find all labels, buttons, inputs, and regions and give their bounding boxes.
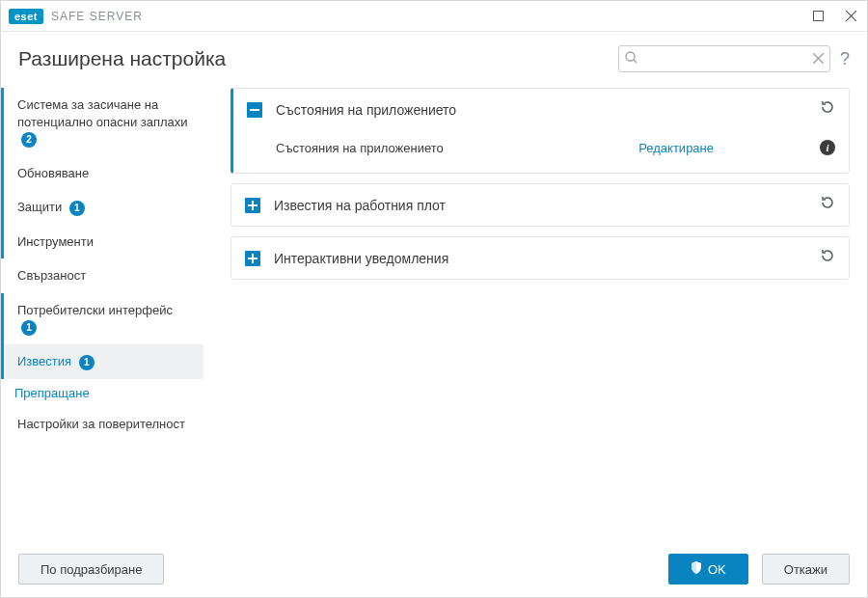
panel-title: Интерактивни уведомления — [274, 251, 820, 266]
sidebar-item-label: Настройки за поверителност — [17, 417, 185, 431]
search-icon — [625, 51, 637, 67]
sidebar-badge: 1 — [21, 320, 37, 336]
logo-badge: eset — [9, 9, 43, 24]
svg-line-4 — [634, 60, 637, 63]
cancel-button[interactable]: Откажи — [762, 554, 850, 584]
sidebar-item-connectivity[interactable]: Свързаност — [1, 258, 203, 293]
revert-icon[interactable] — [820, 248, 835, 268]
panel-title: Известия на работния плот — [274, 198, 820, 213]
sidebar-item-label: Защити — [17, 200, 62, 214]
sidebar-badge: 1 — [79, 355, 95, 370]
panel-title: Състояния на приложението — [276, 102, 820, 118]
ok-label: OK — [708, 562, 726, 577]
sidebar-item-ui[interactable]: Потребителски интерфейс 1 — [1, 293, 203, 344]
svg-rect-0 — [813, 12, 823, 21]
setting-row: Състояния на приложението Редактиране i — [276, 134, 835, 161]
sidebar-item-update[interactable]: Обновяване — [1, 156, 203, 191]
search-input[interactable] — [637, 52, 813, 67]
default-button[interactable]: По подразбиране — [18, 554, 164, 584]
window-controls — [809, 8, 859, 25]
expand-icon[interactable] — [245, 251, 260, 266]
help-icon[interactable]: ? — [840, 49, 850, 69]
search-box[interactable] — [618, 45, 830, 72]
sidebar-item-tools[interactable]: Инструменти — [1, 225, 203, 259]
sidebar-item-label: Инструменти — [17, 234, 94, 249]
sidebar-item-notifications[interactable]: Известия 1 — [1, 344, 203, 379]
panel-desktop-notifications: Известия на работния плот — [231, 183, 850, 227]
setting-label: Състояния на приложението — [276, 141, 638, 155]
svg-rect-11 — [248, 258, 258, 259]
sidebar-item-label: Известия — [17, 354, 71, 368]
sidebar-item-detection[interactable]: Система за засичане на потенциално опасн… — [1, 88, 203, 156]
sidebar-item-privacy[interactable]: Настройки за поверителност — [1, 407, 203, 442]
header: Разширена настройка ? — [1, 32, 867, 84]
revert-icon[interactable] — [820, 195, 835, 215]
footer: По подразбиране OK Откажи — [1, 541, 867, 597]
sidebar-subitem-forwarding[interactable]: Препращане — [1, 379, 203, 407]
panel-header[interactable]: Известия на работния плот — [231, 184, 849, 226]
panel-app-states: Състояния на приложението Състояния на п… — [231, 88, 850, 174]
sidebar-item-label: Свързаност — [17, 268, 86, 283]
panel-header[interactable]: Интерактивни уведомления — [231, 237, 849, 279]
ok-button[interactable]: OK — [668, 554, 748, 584]
info-icon[interactable]: i — [820, 140, 835, 155]
sidebar-item-label: Обновяване — [17, 166, 89, 180]
expand-icon[interactable] — [245, 198, 260, 213]
app-name: SAFE SERVER — [51, 10, 143, 23]
sidebar-item-protections[interactable]: Защити 1 — [1, 190, 203, 225]
panel-body: Състояния на приложението Редактиране i — [233, 130, 849, 173]
edit-link[interactable]: Редактиране — [638, 141, 714, 155]
search-wrap: ? — [618, 45, 850, 72]
body: Система за засичане на потенциално опасн… — [1, 84, 867, 564]
maximize-icon[interactable] — [809, 8, 827, 25]
panel-header[interactable]: Състояния на приложението — [233, 89, 849, 130]
revert-icon[interactable] — [820, 99, 835, 120]
main-content: Състояния на приложението Състояния на п… — [203, 84, 867, 564]
close-icon[interactable] — [842, 8, 859, 25]
svg-point-3 — [626, 52, 635, 61]
sidebar-badge: 1 — [69, 201, 85, 216]
panel-interactive-notifications: Интерактивни уведомления — [231, 236, 850, 280]
shield-icon — [691, 561, 702, 577]
page-title: Разширена настройка — [18, 47, 226, 70]
sidebar-badge: 2 — [21, 132, 37, 148]
sidebar: Система за засичане на потенциално опасн… — [1, 84, 203, 564]
svg-rect-7 — [250, 109, 259, 111]
collapse-icon[interactable] — [247, 102, 262, 118]
titlebar: eset SAFE SERVER — [1, 1, 867, 32]
sidebar-item-label: Система за засичане на потенциално опасн… — [17, 97, 188, 129]
svg-rect-9 — [248, 204, 258, 206]
sidebar-item-label: Потребителски интерфейс — [17, 303, 173, 317]
clear-icon[interactable] — [813, 51, 824, 67]
